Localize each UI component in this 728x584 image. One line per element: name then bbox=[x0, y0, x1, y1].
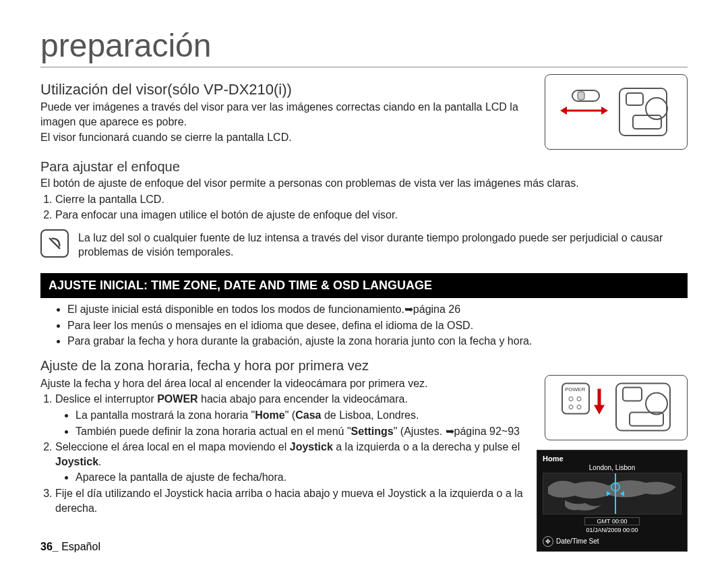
list-text: También puede definir la zona horaria ac… bbox=[75, 426, 351, 437]
list-item: Aparece la pantalla de ajuste de fecha/h… bbox=[75, 470, 523, 485]
timezone-screen: Home London, Lisbon GMT 00:00 01/JAN/200… bbox=[537, 450, 688, 552]
list-item: Cierre la pantalla LCD. bbox=[55, 192, 688, 207]
svg-rect-2 bbox=[626, 93, 643, 105]
list-item: Para leer los menús o mensajes en el idi… bbox=[67, 318, 688, 333]
nav-arrows-icon: ✥ bbox=[543, 536, 553, 547]
paragraph: Ajuste la fecha y hora del área local al… bbox=[40, 376, 523, 391]
footer-lang: Español bbox=[59, 541, 100, 552]
paragraph: Puede ver imágenes a través del visor pa… bbox=[40, 100, 531, 129]
list-text: hacia abajo para encender la videocámara… bbox=[198, 393, 408, 405]
svg-point-10 bbox=[646, 393, 667, 415]
page-footer: 36_ Español bbox=[40, 541, 100, 553]
list-item: La pantalla mostrará la zona horaria "Ho… bbox=[75, 408, 523, 423]
heading-timezone-setup: Ajuste de la zona horaria, fecha y hora … bbox=[40, 358, 688, 374]
list-text: de Lisboa, Londres. bbox=[321, 409, 419, 421]
camera-power-illustration: POWER bbox=[545, 375, 688, 440]
screen-datetime: 01/JAN/2009 00:00 bbox=[543, 527, 681, 533]
list-item: Para grabar la fecha y hora durante la g… bbox=[67, 334, 688, 349]
svg-point-16 bbox=[569, 405, 573, 409]
list-text: a la izquierda o a la derecha y pulse el bbox=[333, 441, 520, 452]
joystick-word: Joystick bbox=[290, 441, 333, 452]
svg-rect-5 bbox=[578, 92, 584, 100]
note-text: La luz del sol o cualquier fuente de luz… bbox=[78, 231, 688, 260]
svg-rect-3 bbox=[633, 115, 661, 129]
screen-gmt: GMT 00:00 bbox=[584, 517, 640, 525]
screen-location: London, Lisbon bbox=[543, 464, 681, 471]
list-text: " ( bbox=[285, 409, 295, 421]
page-title: preparación bbox=[40, 27, 688, 67]
list-text: Seleccione el área local en el mapa movi… bbox=[55, 441, 290, 452]
list-text: " (Ajustes. ➥página 92~93 bbox=[394, 426, 520, 437]
list-text: Cierre la pantalla LCD. bbox=[55, 194, 164, 205]
heading-viewfinder: Utilización del visor(sólo VP-DX210(i)) bbox=[40, 81, 531, 98]
list-item: El ajuste inicial está disponible en tod… bbox=[67, 302, 688, 317]
paragraph: El visor funcionará cuando se cierre la … bbox=[40, 130, 531, 145]
svg-rect-4 bbox=[572, 90, 599, 101]
paragraph: El botón de ajuste de enfoque del visor … bbox=[40, 176, 688, 191]
list-text: Para enfocar una imagen utilice el botón… bbox=[55, 209, 398, 221]
list-item: Seleccione el área local en el mapa movi… bbox=[55, 440, 523, 485]
section-heading-bar: AJUSTE INICIAL: TIME ZONE, DATE AND TIME… bbox=[40, 273, 688, 298]
svg-point-15 bbox=[577, 397, 581, 401]
list-item: También puede definir la zona horaria ac… bbox=[75, 424, 523, 439]
svg-point-17 bbox=[577, 405, 581, 409]
settings-word: Settings bbox=[351, 426, 394, 437]
list-item: Fije el día utilizando el Joystick hacia… bbox=[55, 486, 523, 515]
list-item: Para enfocar una imagen utilice el botón… bbox=[55, 208, 688, 223]
list-text: Deslice el interruptor bbox=[55, 393, 157, 405]
list-text: La pantalla mostrará la zona horaria " bbox=[75, 409, 255, 421]
list-item: Deslice el interruptor POWER hacia abajo… bbox=[55, 392, 523, 438]
svg-rect-20 bbox=[615, 473, 616, 514]
svg-marker-19 bbox=[594, 405, 605, 415]
svg-point-14 bbox=[569, 397, 573, 401]
home-word: Home bbox=[255, 409, 284, 421]
svg-marker-8 bbox=[601, 107, 608, 115]
power-label: POWER bbox=[565, 386, 585, 392]
camera-viewfinder-illustration bbox=[545, 74, 688, 150]
joystick-word: Joystick bbox=[55, 456, 98, 467]
heading-focus: Para ajustar el enfoque bbox=[40, 159, 688, 175]
screen-datetime-set-label: Date/Time Set bbox=[556, 537, 599, 545]
list-text: . bbox=[98, 456, 101, 467]
screen-home-label: Home bbox=[543, 455, 681, 463]
world-map bbox=[543, 473, 681, 515]
svg-marker-7 bbox=[560, 107, 567, 115]
svg-point-1 bbox=[646, 98, 667, 119]
svg-rect-11 bbox=[623, 388, 642, 401]
casa-word: Casa bbox=[295, 409, 321, 421]
page-number: 36_ bbox=[40, 541, 59, 552]
svg-rect-9 bbox=[616, 384, 670, 431]
power-word: POWER bbox=[157, 393, 198, 405]
note-icon bbox=[40, 229, 69, 258]
